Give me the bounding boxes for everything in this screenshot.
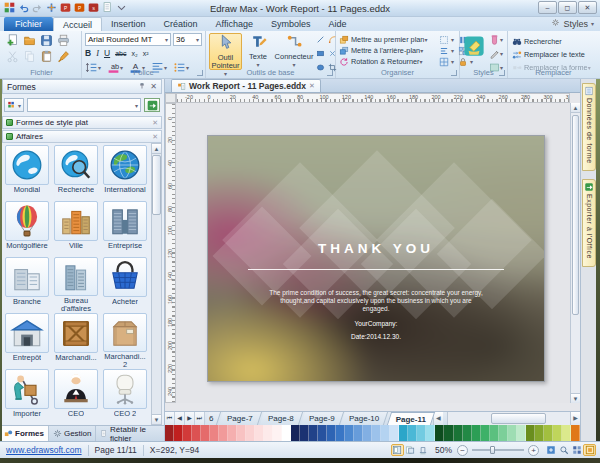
color-swatch[interactable] [508,425,517,441]
text-tool-button[interactable]: Texte▾ [244,33,272,70]
scroll-down-icon[interactable]: ▼ [152,414,161,424]
print-preview-button[interactable] [417,444,430,456]
search-go-button[interactable] [144,98,160,112]
color-swatch[interactable] [571,425,580,441]
color-swatch[interactable] [327,425,336,441]
subscript-button[interactable]: x₂ [131,50,137,57]
color-swatch[interactable] [463,425,472,441]
color-swatch[interactable] [454,425,463,441]
document-tab[interactable]: Work Report - 11 Pages.eddx ✕ [171,79,321,92]
marquee-icon[interactable]: ▾ [439,35,454,45]
color-swatch[interactable] [273,425,282,441]
color-swatch[interactable] [526,425,535,441]
page-tab-page-9[interactable]: Page-9 [300,412,343,425]
shape-item-mondial[interactable]: Mondial [4,145,50,201]
fill-style-icon[interactable]: ▾ [489,34,503,45]
shape-item-importer[interactable]: Importer [4,369,50,425]
shape-item-entrep-t[interactable]: Entrepôt [4,313,50,369]
color-swatch[interactable] [499,425,508,441]
offices-icon[interactable] [54,257,98,296]
color-swatch[interactable] [417,425,426,441]
color-swatch[interactable] [201,425,210,441]
styles-dialog-launcher[interactable] [499,70,505,76]
outils-dialog-launcher[interactable] [327,70,333,76]
canvas[interactable]: THANK YOU The prime condition of success… [176,103,570,403]
align-icon[interactable]: ▾ [439,46,454,56]
shape-item-acheter[interactable]: Acheter [102,257,148,313]
copy-icon[interactable] [23,50,36,63]
scroll-thumb[interactable] [572,115,579,315]
scroll-thumb[interactable] [152,155,161,215]
shape-item-marchandi-[interactable]: Marchandi... [53,313,99,369]
grid-icon[interactable]: ▾ [439,57,454,67]
color-swatch[interactable] [399,425,408,441]
color-swatch[interactable] [237,425,246,441]
organiser-dialog-launcher[interactable] [451,70,457,76]
basket-icon[interactable] [103,257,147,297]
color-swatch[interactable] [381,425,390,441]
color-swatch[interactable] [264,425,273,441]
color-swatch[interactable] [408,425,417,441]
styles-menu-button[interactable]: Styles▾ [551,18,594,29]
shapes-scrollbar[interactable]: ▲ ▼ [151,143,162,425]
tab-accueil[interactable]: Accueil [53,17,102,31]
color-swatch[interactable] [318,425,327,441]
color-swatch[interactable] [481,425,490,441]
color-swatch[interactable] [390,425,399,441]
scroll-down-icon[interactable]: ▼ [571,393,580,403]
canvas-horizontal-scrollbar[interactable] [447,412,570,425]
tab-fichier[interactable]: Fichier [4,17,53,31]
section-close-icon[interactable]: ✕ [152,119,158,127]
shape-item-bureau-d-affaires[interactable]: Bureau d'affaires [53,257,99,313]
page-tab-page-10[interactable]: Page-10 [341,412,388,425]
remplacer-binoculars[interactable]: Rechercher [512,35,591,48]
pan-window-button[interactable] [570,444,583,456]
panel-tab-formes[interactable]: Formes [0,426,49,441]
organiser-send-back[interactable]: Mettre à l'arrière-plan▾ [339,46,435,56]
color-swatch[interactable] [426,425,435,441]
color-swatch[interactable] [165,425,174,441]
tab-symboles[interactable]: Symboles [262,17,320,31]
zoom-slider[interactable] [472,449,524,451]
shape-item-ville[interactable]: Ville [53,201,99,257]
open-icon[interactable] [23,34,36,47]
remplacer-replace-text[interactable]: Remplacer le texte [512,48,591,61]
hscroll-right-icon[interactable]: ▶ [570,412,580,425]
shape-search-input[interactable] [30,101,135,110]
maximize-button[interactable]: ◻ [558,1,577,14]
color-swatch[interactable] [490,425,499,441]
box-icon[interactable] [103,313,147,352]
bold-button[interactable]: B [85,48,91,58]
color-swatch[interactable] [472,425,481,441]
new-icon[interactable] [6,34,19,47]
font-size-combo[interactable]: 36▾ [173,33,202,46]
panel-tab-r-tablir-le-fichier[interactable]: Rétablir le fichier [96,426,165,441]
color-swatch[interactable] [300,425,309,441]
color-swatch[interactable] [372,425,381,441]
color-swatch[interactable] [255,425,264,441]
line-style-icon[interactable]: ▾ [489,48,503,59]
prev-page-button[interactable]: ◀ [175,412,185,425]
edrawsoft-link[interactable]: www.edrawsoft.com [6,445,82,455]
chevron-down-icon[interactable]: ▾ [135,102,138,109]
branch-icon[interactable] [5,257,49,297]
page-tab-page-7[interactable]: Page-7 [219,412,262,425]
pin-icon[interactable] [138,82,146,92]
shape-item-international[interactable]: International [102,145,148,201]
city-icon[interactable] [54,201,98,241]
normal-view-button[interactable] [391,444,404,456]
color-swatch[interactable] [219,425,228,441]
tab-close-icon[interactable]: ✕ [309,82,315,90]
color-swatch[interactable] [210,425,219,441]
shape-item-ceo[interactable]: CEO [53,369,99,425]
tab-affichage[interactable]: Affichage [207,17,262,31]
shape-item-montgolfi-re[interactable]: Montgolfière [4,201,50,257]
color-swatch[interactable] [309,425,318,441]
balloon-icon[interactable] [5,201,49,241]
color-swatch[interactable] [336,425,345,441]
section-close-icon[interactable]: ✕ [152,133,158,141]
globe-icon[interactable] [5,145,49,185]
page-view-button[interactable] [404,444,417,456]
color-swatch[interactable] [183,425,192,441]
right-tab-exporter-l-office[interactable]: Exporter à l'Office [582,179,596,267]
